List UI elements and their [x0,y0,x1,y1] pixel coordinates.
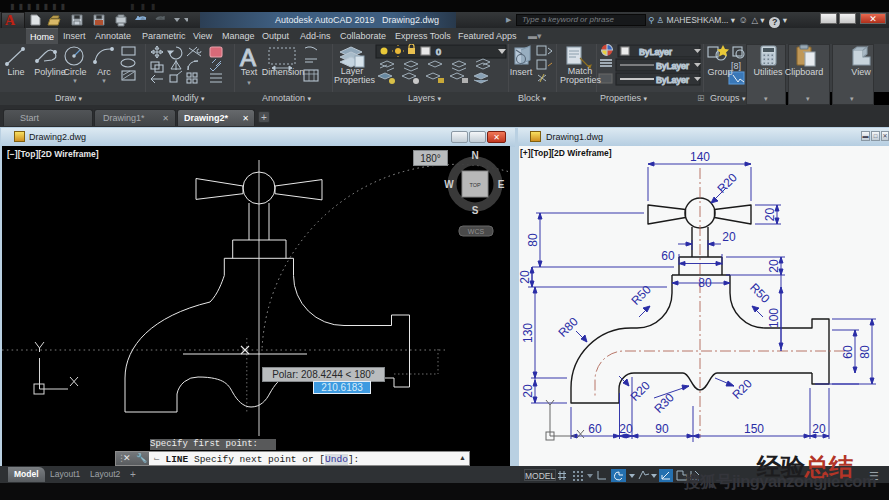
svg-text:TOP: TOP [469,182,481,188]
svg-text:80: 80 [698,276,712,290]
svg-text:R20: R20 [627,378,653,404]
svg-text:20: 20 [767,259,781,273]
svg-text:80: 80 [526,233,540,247]
svg-text:20: 20 [763,208,777,222]
svg-text:N: N [471,150,478,161]
svg-text:WCS: WCS [468,228,485,235]
svg-text:20: 20 [519,270,532,284]
svg-text:20: 20 [619,422,633,436]
svg-text:60: 60 [588,422,602,436]
svg-text:20: 20 [722,230,736,244]
svg-text:90: 90 [655,422,669,436]
svg-text:20: 20 [812,422,826,436]
svg-text:60: 60 [661,249,675,263]
svg-text:100: 100 [767,308,781,328]
svg-text:0: 0 [436,47,441,57]
svg-text:R50: R50 [628,282,654,308]
svg-text:ByLayer: ByLayer [639,47,672,57]
svg-text:R80: R80 [555,314,581,340]
svg-text:130: 130 [521,323,535,343]
svg-text:60: 60 [841,345,855,359]
svg-text:ByLayer: ByLayer [656,75,689,85]
svg-text:E: E [498,179,505,190]
svg-text:R50: R50 [747,280,773,306]
svg-text:ByLayer: ByLayer [656,61,689,71]
svg-text:W: W [444,179,454,190]
svg-text:R20: R20 [714,170,740,196]
svg-text:20: 20 [521,384,535,398]
svg-text:80: 80 [858,345,872,359]
svg-text:150: 150 [744,422,764,436]
svg-text:S: S [472,205,479,216]
svg-text:140: 140 [690,150,710,164]
svg-text:R30: R30 [651,390,677,416]
svg-text:R20: R20 [729,376,755,402]
